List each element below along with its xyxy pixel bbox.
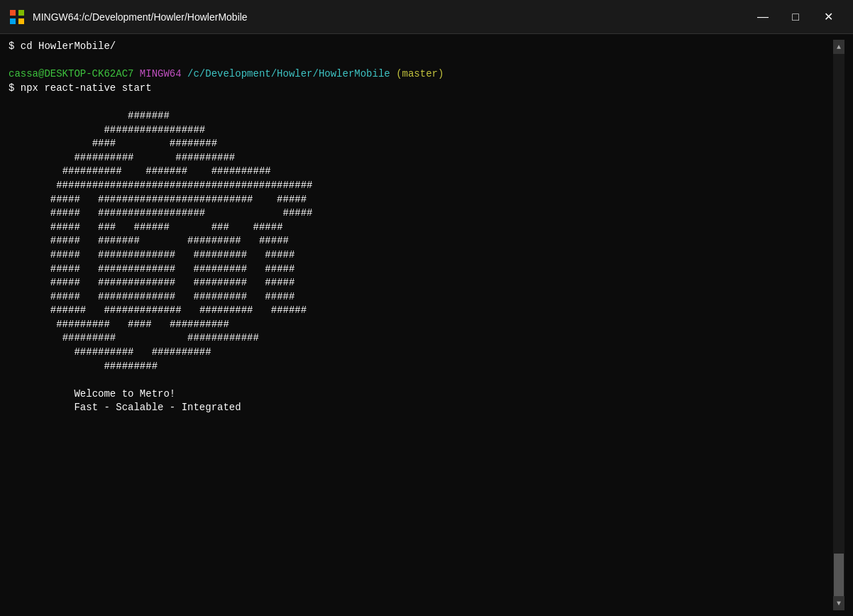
window-controls: — □ ✕: [747, 6, 844, 28]
welcome-line2: Fast - Scalable - Integrated: [9, 402, 241, 413]
maximize-button[interactable]: □: [779, 6, 812, 28]
vertical-scrollbar[interactable]: ▲ ▼: [833, 40, 844, 610]
title-bar: MINGW64:/c/Development/Howler/HowlerMobi…: [0, 0, 853, 34]
minimize-button[interactable]: —: [747, 6, 779, 28]
ascii-art: ####### ################# #### ######## …: [9, 110, 313, 372]
close-button[interactable]: ✕: [812, 6, 844, 28]
svg-rect-1: [18, 10, 24, 16]
svg-rect-2: [10, 18, 16, 24]
shell-name: MINGW64: [140, 68, 182, 79]
welcome-line1: Welcome to Metro!: [9, 388, 175, 400]
username: cassa@DESKTOP-CK62AC7: [9, 68, 133, 79]
scrollbar-arrow-up[interactable]: ▲: [833, 40, 844, 54]
terminal-body[interactable]: $ cd HowlerMobile/ cassa@DESKTOP-CK62AC7…: [0, 34, 853, 616]
current-path: /c/Development/Howler/HowlerMobile: [187, 68, 390, 79]
app-icon: [9, 9, 26, 26]
window-title: MINGW64:/c/Development/Howler/HowlerMobi…: [33, 11, 747, 23]
svg-rect-3: [18, 18, 24, 24]
terminal-output: $ cd HowlerMobile/ cassa@DESKTOP-CK62AC7…: [9, 40, 833, 610]
first-command: $ cd HowlerMobile/: [9, 40, 116, 52]
scrollbar-arrow-down[interactable]: ▼: [833, 596, 844, 610]
npx-command: $ npx react-native start: [9, 82, 152, 94]
terminal-pre: $ cd HowlerMobile/ cassa@DESKTOP-CK62AC7…: [9, 40, 833, 415]
git-branch: (master): [396, 68, 444, 79]
scrollbar-thumb[interactable]: [834, 554, 844, 596]
terminal-window: MINGW64:/c/Development/Howler/HowlerMobi…: [0, 0, 853, 616]
svg-rect-0: [10, 10, 16, 16]
